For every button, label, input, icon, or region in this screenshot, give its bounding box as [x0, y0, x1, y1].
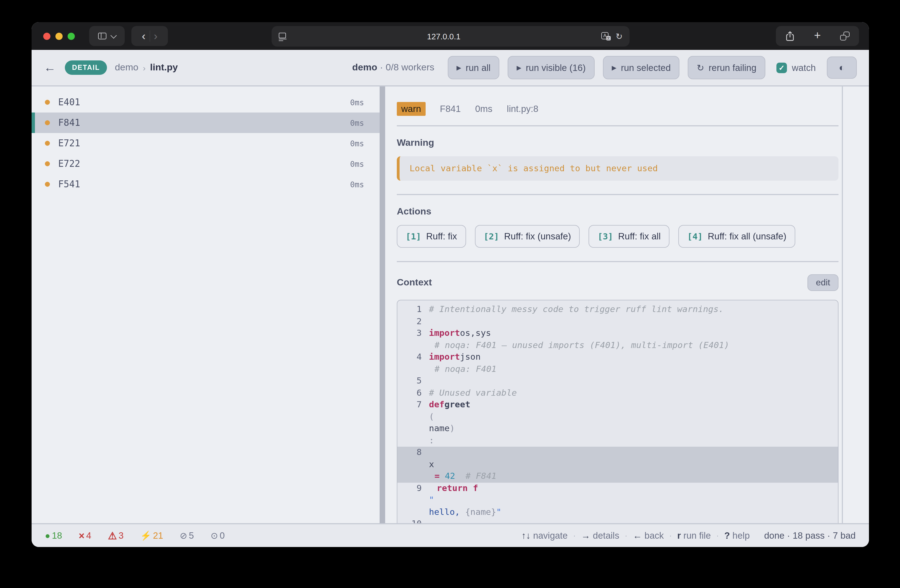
line-number: 7	[397, 399, 429, 411]
action-button-1[interactable]: [1]Ruff: fix	[397, 225, 466, 248]
app-header: ← DETAIL demo › lint.py demo · 0/8 worke…	[32, 50, 869, 87]
status-count-value: 0	[220, 531, 225, 541]
reader-mode-icon[interactable]	[278, 33, 286, 40]
tab-overview-icon[interactable]	[840, 32, 849, 40]
token-num: 42	[445, 471, 455, 481]
code-text: "	[429, 494, 434, 506]
theme-toggle-button[interactable]: ◐	[827, 56, 857, 79]
token-strv: hello,	[429, 507, 460, 517]
line-number: 5	[397, 375, 429, 387]
file-location[interactable]: lint.py:8	[507, 104, 538, 114]
desktop: ‹ › 127.0.0.1 A文 ↻ + ← DETAIL	[0, 0, 900, 588]
code-text: # Unused variable	[429, 387, 517, 399]
code-text: x	[429, 459, 434, 470]
code-text: :	[429, 435, 434, 447]
hint-run-file: r run file	[677, 531, 711, 541]
code-text: name)	[429, 423, 455, 435]
session-workers-label: demo · 0/8 workers	[352, 62, 434, 73]
token-com: # noqa: F401	[434, 364, 497, 374]
test-list-item-E721[interactable]: E7210ms	[32, 133, 380, 154]
line-number	[397, 340, 429, 351]
line-number: 9	[397, 483, 429, 494]
zoom-window-button[interactable]	[68, 33, 75, 40]
code-line: (	[397, 411, 838, 423]
action-button-4[interactable]: [4]Ruff: fix all (unsafe)	[678, 225, 795, 248]
token-kw: def	[429, 400, 444, 410]
share-icon[interactable]	[785, 31, 795, 41]
translate-icon[interactable]: A文	[601, 32, 611, 40]
browser-sidebar-button[interactable]	[89, 26, 125, 46]
code-line: hello, {name}"	[397, 506, 838, 518]
status-count-gray: ⊙0	[211, 531, 225, 541]
hint-details: → details	[581, 531, 619, 541]
back-arrow-button[interactable]: ←	[44, 61, 56, 75]
token-str: "	[429, 495, 434, 505]
edit-button[interactable]: edit	[807, 274, 838, 291]
duration: 0ms	[475, 104, 492, 114]
code-text: # noqa: F401	[429, 363, 497, 375]
section-divider	[397, 194, 838, 195]
code-text: importos,sys	[429, 327, 491, 340]
line-number: 10	[397, 518, 429, 523]
test-list-item-F541[interactable]: F5410ms	[32, 174, 380, 194]
code-text: (	[429, 411, 434, 423]
header-run-button-4[interactable]: ↻rerun failing	[688, 56, 765, 79]
action-button-2[interactable]: [2]Ruff: fix (unsafe)	[475, 225, 580, 248]
test-id: F541	[58, 179, 350, 189]
browser-forward-button[interactable]: ›	[154, 31, 157, 42]
test-list-item-F841[interactable]: F8410ms	[32, 113, 380, 133]
action-button-3[interactable]: [3]Ruff: fix all	[589, 225, 669, 248]
code-text: # noqa: F401 — unused imports (F401), mu…	[429, 340, 729, 351]
token-pu: )	[450, 424, 455, 433]
code-line: name)	[397, 423, 838, 435]
status-badge: warn	[397, 102, 426, 116]
address-bar[interactable]: 127.0.0.1 A文 ↻	[271, 26, 629, 47]
status-count-red: ×4	[79, 531, 91, 541]
token-fn: greet	[444, 400, 470, 410]
hint-navigate: ↑↓ navigate	[521, 531, 568, 541]
hint-back: ← back	[633, 531, 664, 541]
test-list-item-E401[interactable]: E4010ms	[32, 92, 380, 113]
header-run-button-1[interactable]: ▶run all	[448, 56, 500, 79]
code-text: return f	[429, 483, 478, 494]
run-summary: done · 18 pass · 7 bad	[764, 531, 856, 541]
warn-status-dot-icon	[45, 141, 50, 146]
action-label: Ruff: fix all	[618, 231, 661, 242]
new-tab-icon[interactable]: +	[814, 29, 821, 42]
button-label: run selected	[621, 62, 671, 73]
browser-back-button[interactable]: ‹	[142, 31, 146, 42]
scroll-gutter-line	[842, 87, 843, 523]
hint-help: ? help	[724, 531, 750, 541]
rerun-icon: ↻	[697, 62, 704, 73]
test-list-item-E722[interactable]: E7220ms	[32, 154, 380, 174]
watch-toggle[interactable]: ✓ watch	[776, 62, 816, 73]
hint-key: ↑↓	[521, 531, 533, 540]
status-count-amber: ⚡21	[140, 531, 163, 541]
minimize-window-button[interactable]	[56, 33, 63, 40]
token-str: "	[496, 507, 501, 517]
watch-checkbox[interactable]: ✓	[776, 62, 787, 73]
breadcrumb-file: lint.py	[150, 62, 178, 73]
test-duration: 0ms	[350, 159, 364, 168]
code-line-highlighted: x	[397, 459, 838, 470]
line-number	[397, 423, 429, 435]
detail-panel: warn F841 0ms lint.py:8 Warning Local va…	[385, 87, 869, 523]
test-id: E721	[58, 138, 350, 149]
section-divider	[397, 261, 838, 262]
code-context-block[interactable]: 1# Intentionally messy code to trigger r…	[397, 300, 838, 523]
close-window-button[interactable]	[43, 33, 50, 40]
hint-label: back	[644, 531, 664, 540]
header-run-button-2[interactable]: ▶run visible (16)	[507, 56, 594, 79]
code-line: 3importos,sys	[397, 327, 838, 340]
panel-splitter[interactable]	[380, 87, 385, 523]
hint-label: navigate	[533, 531, 568, 540]
button-label: run all	[466, 62, 491, 73]
header-run-button-3[interactable]: ▶run selected	[603, 56, 680, 79]
token-com: # noqa: F401 — unused imports (F401), mu…	[434, 340, 729, 350]
url-text[interactable]: 127.0.0.1	[286, 32, 601, 41]
code-line: 6# Unused variable	[397, 387, 838, 399]
reload-icon[interactable]: ↻	[616, 31, 623, 41]
play-icon: ▶	[612, 64, 616, 71]
breadcrumb-parent[interactable]: demo	[115, 62, 138, 73]
action-hotkey: [1]	[406, 231, 421, 241]
